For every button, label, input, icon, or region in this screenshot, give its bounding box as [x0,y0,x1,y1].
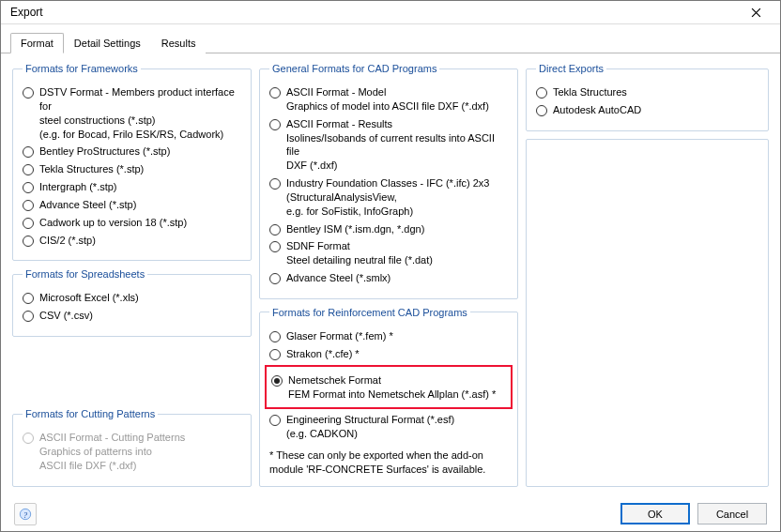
opt-direct-autocad[interactable]: Autodesk AutoCAD [536,103,758,117]
tab-results[interactable]: Results [151,33,207,53]
opt-bentley-prostructures[interactable]: Bentley ProStructures (*.stp) [23,144,241,159]
radio-icon [269,224,281,236]
opt-glaser[interactable]: Glaser Format (*.fem) * [269,329,508,343]
radio-icon [23,87,34,99]
radio-icon [536,87,547,99]
group-cutting-title: Formats for Cutting Patterns [23,408,158,419]
reinforcement-note: * These can only be exported when the ad… [269,448,508,477]
cancel-button[interactable]: Cancel [697,503,767,524]
radio-icon [536,105,547,116]
radio-icon [23,146,34,158]
opt-tekla-structures[interactable]: Tekla Structures (*.stp) [23,162,241,176]
opt-direct-tekla[interactable]: Tekla Structures [536,85,758,99]
radio-icon [23,200,34,211]
group-reinforcement-title: Formats for Reinforcement CAD Programs [269,307,470,318]
close-button[interactable] [737,1,774,23]
tab-detail-settings[interactable]: Detail Settings [64,33,151,53]
opt-ascii-results[interactable]: ASCII Format - Results Isolines/Isobands… [269,117,508,173]
radio-icon [269,119,281,130]
radio-icon [269,273,281,284]
radio-icon [23,433,34,444]
tab-panel-format: Formats for Frameworks DSTV Format - Mem… [1,53,780,496]
opt-ifc[interactable]: Industry Foundation Classes - IFC (*.ifc… [269,176,508,219]
opt-dstv[interactable]: DSTV Format - Members product interface … [23,85,241,141]
group-cad: General Formats for CAD Programs ASCII F… [259,63,518,299]
group-reinforcement: Formats for Reinforcement CAD Programs G… [259,307,518,487]
opt-cis2[interactable]: CIS/2 (*.stp) [23,234,241,248]
radio-icon [23,236,34,247]
close-icon [751,8,761,18]
opt-ascii-model[interactable]: ASCII Format - Model Graphics of model i… [269,85,508,114]
radio-icon [23,182,34,193]
radio-icon [23,218,34,229]
radio-icon [23,293,34,304]
opt-cadwork[interactable]: Cadwork up to version 18 (*.stp) [23,216,241,230]
group-direct: Direct Exports Tekla Structures Autodesk… [526,63,769,131]
radio-icon [269,178,281,190]
group-cad-title: General Formats for CAD Programs [269,63,439,74]
opt-advance-steel-smlx[interactable]: Advance Steel (*.smlx) [269,271,508,285]
help-icon: ? [19,508,32,521]
svg-text:?: ? [23,509,28,519]
opt-intergraph[interactable]: Intergraph (*.stp) [23,180,241,194]
opt-esf[interactable]: Engineering Structural Format (*.esf) (e… [269,413,508,441]
opt-cutting-label: ASCII Format - Cutting Patterns Graphics… [39,431,185,473]
radio-icon [271,375,283,387]
radio-icon [23,311,34,322]
radio-icon [269,331,281,342]
highlighted-option: Nemetschek Format FEM Format into Nemets… [265,365,513,410]
titlebar: Export [1,1,780,24]
radio-icon [269,87,281,99]
opt-dstv-label: DSTV Format - Members product interface … [39,85,241,141]
tab-format[interactable]: Format [10,33,64,53]
tab-strip: Format Detail Settings Results [1,24,780,53]
export-dialog: Export Format Detail Settings Results Fo… [0,0,781,532]
radio-icon [269,415,281,426]
radio-icon [23,164,34,175]
opt-cutting-patterns: ASCII Format - Cutting Patterns Graphics… [23,431,241,473]
opt-nemetschek[interactable]: Nemetschek Format FEM Format into Nemets… [271,373,506,402]
radio-icon [269,349,281,360]
dialog-footer: ? OK Cancel [1,496,780,531]
group-cutting: Formats for Cutting Patterns ASCII Forma… [12,408,252,487]
opt-sdnf[interactable]: SDNF Format Steel detailing neutral file… [269,239,508,267]
window-title: Export [10,6,43,19]
group-spreadsheets-title: Formats for Spreadsheets [23,268,147,280]
opt-bentley-ism[interactable]: Bentley ISM (*.ism.dgn, *.dgn) [269,222,508,236]
opt-csv[interactable]: CSV (*.csv) [23,309,241,323]
empty-panel [526,139,769,487]
opt-advance-steel[interactable]: Advance Steel (*.stp) [23,198,241,212]
group-direct-title: Direct Exports [536,63,606,74]
opt-strakon[interactable]: Strakon (*.cfe) * [269,347,508,361]
radio-icon [269,241,281,252]
opt-excel[interactable]: Microsoft Excel (*.xls) [23,291,241,305]
group-frameworks: Formats for Frameworks DSTV Format - Mem… [12,63,252,261]
group-frameworks-title: Formats for Frameworks [23,63,141,74]
ok-button[interactable]: OK [620,503,690,524]
help-button[interactable]: ? [14,503,37,525]
group-spreadsheets: Formats for Spreadsheets Microsoft Excel… [12,268,252,337]
